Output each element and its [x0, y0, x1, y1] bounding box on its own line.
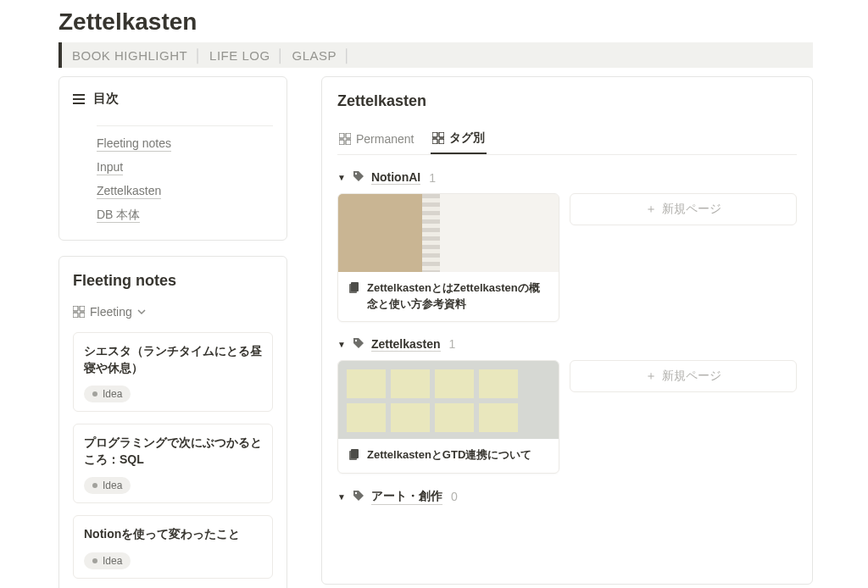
fleeting-title: Fleeting notes	[73, 272, 273, 290]
triangle-down-icon: ▼	[337, 173, 346, 182]
triangle-down-icon: ▼	[337, 340, 346, 349]
db-title: Zettelkasten	[337, 92, 797, 110]
note-card[interactable]: Notionを使って変わったこと Idea	[73, 515, 273, 579]
card-title: ZettelkastenとGTD連携について	[367, 447, 531, 463]
nav-item-lifelog[interactable]: LIFE LOG	[209, 48, 270, 63]
separator: │	[277, 48, 286, 63]
page-title: Zettelkasten	[0, 0, 868, 42]
svg-rect-1	[80, 306, 85, 311]
tag-pill: Idea	[84, 477, 131, 494]
gallery-icon	[432, 132, 444, 144]
gallery-card[interactable]: ZettelkastenとGTD連携について	[337, 360, 559, 474]
toc-title: 目次	[93, 91, 119, 107]
table-of-contents: 目次 Fleeting notes Input Zettelkasten DB …	[58, 76, 287, 241]
tag-icon	[353, 337, 364, 352]
svg-rect-11	[439, 139, 444, 144]
toc-item[interactable]: Fleeting notes	[97, 125, 273, 155]
svg-rect-3	[80, 313, 85, 318]
svg-point-12	[355, 173, 357, 175]
card-title: ZettelkastenとはZettelkastenの概念と使い方参考資料	[367, 280, 548, 313]
svg-rect-14	[351, 282, 359, 291]
document-icon	[348, 282, 360, 297]
database-panel: Zettelkasten Permanent タグ別	[321, 76, 813, 585]
card-thumbnail	[338, 361, 559, 439]
group-name: アート・創作	[371, 489, 442, 505]
separator: │	[343, 48, 352, 63]
svg-rect-7	[346, 140, 351, 145]
db-group: ▼ Zettelkasten 1	[337, 337, 797, 474]
group-header[interactable]: ▼ NotionAI 1	[337, 170, 797, 185]
svg-rect-2	[73, 313, 78, 318]
separator: │	[194, 48, 203, 63]
svg-rect-8	[432, 132, 437, 137]
svg-rect-4	[339, 133, 344, 138]
card-thumbnail	[338, 194, 559, 272]
db-tabs: Permanent タグ別	[337, 125, 797, 155]
tag-pill: Idea	[84, 552, 131, 569]
group-count: 0	[451, 490, 458, 503]
svg-rect-10	[432, 139, 437, 144]
note-title: シエスタ（ランチタイムにとる昼寝や休息）	[84, 343, 262, 376]
group-header[interactable]: ▼ アート・創作 0	[337, 489, 797, 505]
toc-item[interactable]: Zettelkasten	[97, 179, 273, 202]
plus-icon: ＋	[645, 369, 657, 384]
new-page-button[interactable]: ＋ 新規ページ	[570, 193, 797, 225]
nav-item-glasp[interactable]: GLASP	[292, 48, 337, 63]
view-label: Fleeting	[90, 305, 132, 319]
toc-item[interactable]: Input	[97, 155, 273, 179]
new-page-button[interactable]: ＋ 新規ページ	[570, 360, 797, 392]
tab-permanent[interactable]: Permanent	[337, 125, 415, 154]
note-card[interactable]: シエスタ（ランチタイムにとる昼寝や休息） Idea	[73, 332, 273, 412]
toc-item[interactable]: DB 本体	[97, 202, 273, 228]
tag-icon	[353, 490, 364, 504]
breadcrumb-bar: BOOK HIGHLIGHT │ LIFE LOG │ GLASP │	[58, 42, 813, 68]
tag-icon	[353, 170, 364, 185]
triangle-down-icon: ▼	[337, 492, 346, 502]
tab-by-tag[interactable]: タグ別	[431, 125, 487, 154]
db-group: ▼ アート・創作 0	[337, 489, 797, 505]
fleeting-notes-block: Fleeting notes Fleeting シエスタ（ランチタイムにとる昼寝…	[58, 256, 287, 588]
svg-point-15	[355, 339, 357, 341]
note-card[interactable]: プログラミングで次にぶつかるところ：SQL Idea	[73, 424, 273, 503]
group-count: 1	[449, 337, 456, 351]
svg-rect-5	[346, 133, 351, 138]
svg-point-18	[355, 491, 357, 493]
chevron-down-icon	[137, 305, 146, 319]
nav-item-book[interactable]: BOOK HIGHLIGHT	[72, 48, 187, 63]
svg-rect-17	[351, 449, 359, 458]
plus-icon: ＋	[645, 202, 657, 217]
note-title: Notionを使って変わったこと	[84, 526, 262, 543]
svg-rect-6	[339, 140, 344, 145]
svg-rect-9	[439, 132, 444, 137]
menu-icon	[73, 94, 85, 104]
view-selector[interactable]: Fleeting	[73, 305, 273, 319]
group-name: Zettelkasten	[371, 337, 441, 352]
gallery-icon	[73, 306, 85, 318]
gallery-icon	[339, 133, 351, 145]
note-title: プログラミングで次にぶつかるところ：SQL	[84, 435, 262, 468]
tag-pill: Idea	[84, 386, 131, 402]
svg-rect-0	[73, 306, 78, 311]
group-name: NotionAI	[371, 170, 420, 185]
group-header[interactable]: ▼ Zettelkasten 1	[337, 337, 797, 352]
document-icon	[348, 449, 360, 464]
gallery-card[interactable]: ZettelkastenとはZettelkastenの概念と使い方参考資料	[337, 193, 559, 322]
db-group: ▼ NotionAI 1	[337, 170, 797, 322]
group-count: 1	[429, 171, 436, 185]
